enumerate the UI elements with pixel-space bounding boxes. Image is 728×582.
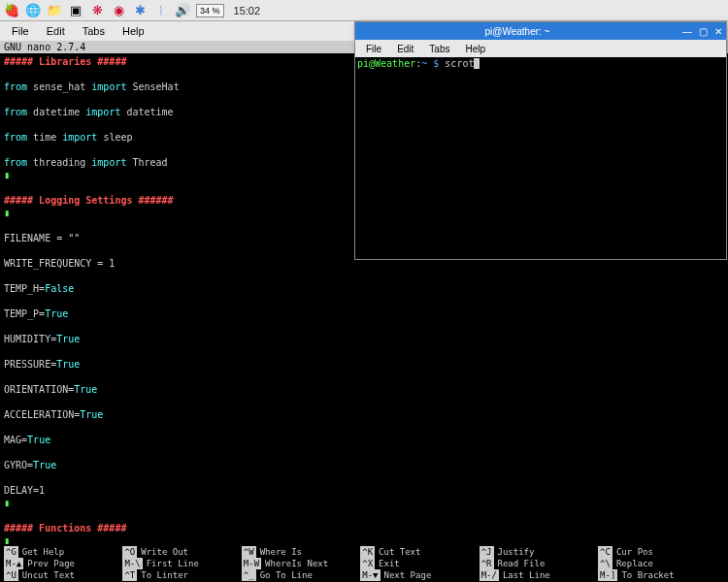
nano-shortcut[interactable]: ^XExit — [360, 558, 479, 569]
nano-version: GNU nano 2.7.4 — [4, 41, 85, 53]
app-1-icon[interactable]: ❋ — [89, 3, 105, 18]
nano-shortcut[interactable]: ^CCur Pos — [598, 546, 716, 558]
nano-shortcut[interactable]: ^\Replace — [598, 558, 716, 569]
nano-shortcut[interactable]: ^TTo Linter — [122, 569, 241, 581]
nano-shortcut[interactable]: ^JJustify — [480, 546, 598, 558]
nano-shortcut[interactable]: M-]To Bracket — [598, 569, 716, 581]
terminal-title: pi@Weather: ~ — [355, 26, 679, 37]
menu-edit[interactable]: Edit — [39, 23, 73, 39]
section-logging: ##### Logging Settings ###### — [4, 195, 174, 206]
term-menu-edit[interactable]: Edit — [390, 42, 420, 56]
terminal-menubar: File Edit Tabs Help — [355, 40, 726, 57]
nano-shortcut[interactable]: ^UUncut Text — [4, 569, 122, 581]
clock: 15:02 — [234, 5, 261, 16]
menu-tabs[interactable]: Tabs — [75, 23, 113, 39]
term-menu-help[interactable]: Help — [458, 42, 492, 56]
nano-shortcut[interactable]: M-\First Line — [122, 558, 241, 569]
terminal-titlebar[interactable]: pi@Weather: ~ — ▢ ✕ — [355, 22, 726, 40]
menu-help[interactable]: Help — [115, 23, 152, 39]
menu-icon[interactable]: 🍓 — [4, 3, 19, 18]
nano-shortcut[interactable]: ^RRead File — [480, 558, 598, 569]
prompt-user: pi@Weather — [357, 58, 415, 69]
term-menu-tabs[interactable]: Tabs — [422, 42, 456, 56]
section-libraries: ##### Libraries ##### — [4, 56, 126, 67]
web-icon[interactable]: 🌐 — [25, 3, 41, 18]
terminal-command: scrot — [445, 58, 474, 69]
maximize-button[interactable]: ▢ — [696, 24, 710, 38]
terminal-icon[interactable]: ▣ — [68, 3, 83, 18]
terminal-body[interactable]: pi@Weather:~ $ scrot — [355, 57, 726, 259]
term-menu-file[interactable]: File — [359, 42, 388, 56]
app-2-icon[interactable]: ◉ — [111, 3, 126, 18]
files-icon[interactable]: 📁 — [47, 3, 62, 18]
bluetooth-icon[interactable]: ✱ — [132, 3, 148, 18]
section-functions: ##### Functions ##### — [4, 523, 126, 534]
nano-shortcut[interactable]: M-/Last Line — [480, 569, 598, 581]
nano-shortcut[interactable]: ^WWhere Is — [242, 546, 360, 558]
cursor — [474, 58, 480, 69]
wifi-icon[interactable]: ⧙ — [153, 3, 169, 18]
nano-shortcut[interactable]: M-▲Prev Page — [4, 558, 122, 569]
nano-shortcut[interactable]: ^GGet Help — [4, 546, 122, 558]
minimize-button[interactable]: — — [680, 24, 694, 38]
prompt-path: ~ $ — [421, 58, 445, 69]
volume-icon[interactable]: 🔊 — [175, 3, 190, 18]
taskbar: 🍓 🌐 📁 ▣ ❋ ◉ ✱ ⧙ 🔊 34 % 15:02 — [0, 0, 728, 21]
nano-shortcut[interactable]: ^OWrite Out — [122, 546, 241, 558]
battery-indicator[interactable]: 34 % — [196, 4, 224, 17]
menu-file[interactable]: File — [4, 23, 37, 39]
nano-shortcut[interactable]: ^KCut Text — [360, 546, 479, 558]
terminal-window: pi@Weather: ~ — ▢ ✕ File Edit Tabs Help … — [354, 21, 727, 260]
nano-shortcut[interactable]: ^_Go To Line — [242, 569, 360, 581]
nano-footer: ^GGet Help ^OWrite Out ^WWhere Is ^KCut … — [0, 544, 728, 582]
nano-shortcut[interactable]: M-▼Next Page — [360, 569, 479, 581]
close-button[interactable]: ✕ — [711, 24, 725, 38]
nano-shortcut[interactable]: M-WWhereIs Next — [242, 558, 360, 569]
